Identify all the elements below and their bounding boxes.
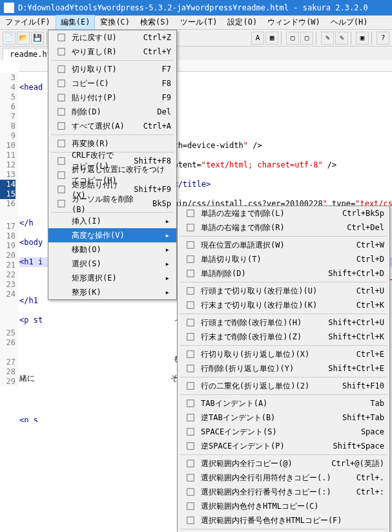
menu-item[interactable]: TABインデント(A)Tab [178,396,389,410]
menu-item[interactable]: 逆TABインデント(B)Shift+Tab [178,410,389,425]
menu-item[interactable]: 行頭まで切り取り(改行単位)(U)Ctrl+U [178,284,389,298]
menu-item[interactable]: 削除(D)Del [48,105,176,119]
tb-a[interactable]: A [251,32,264,45]
selectall-icon [54,122,69,131]
menu-item[interactable]: 選択範囲内行番号色付きHTMLコピー(F) [178,513,389,527]
menu-item[interactable]: すべて選択(A)Ctrl+A [48,119,176,133]
space-unindent-icon [183,442,198,451]
tb-g[interactable]: ▣ [356,32,369,45]
svg-rect-25 [187,414,194,421]
menu-item[interactable]: 選択範囲内全行コピー(@)Ctrl+@(英語) [178,456,389,471]
tb-c[interactable]: ▢ [286,32,299,45]
menu-settings[interactable]: 設定(O) [222,15,262,30]
menu-item-label: 選択(S) [69,259,163,270]
menu-item-label: 単語切り取り(T) [198,254,344,265]
menu-item[interactable]: カーソル前を削除(B)BkSp [48,197,176,211]
svg-rect-32 [187,517,194,524]
svg-rect-9 [58,172,65,179]
menu-item[interactable]: 切り取り(T)F7 [48,62,176,76]
tb-b[interactable]: ▦ [265,32,278,45]
delete-icon [54,107,69,116]
menu-help[interactable]: ヘルプ(H) [325,15,373,30]
tb-d[interactable]: ▢ [300,32,313,45]
advanced-ops-submenu: 単語の左端まで削除(L)Ctrl+BkSp単語の右端まで削除(R)Ctrl+De… [177,206,390,532]
menu-item[interactable]: 整形(K)▸ [48,285,176,299]
menu-shortcut: Shift+Space [320,442,384,451]
menu-item[interactable]: 再変換(R) [48,136,176,151]
menu-shortcut: Ctrl+Del [334,223,384,232]
menu-item[interactable]: 行削除(折り返し単位)(Y)Shift+Ctrl+E [178,361,389,376]
menu-item[interactable]: やり直し(R)Ctrl+Y [48,45,176,59]
menu-edit[interactable]: 編集(E) [56,15,96,30]
menu-shortcut: Ctrl+K [344,301,384,310]
menu-item[interactable]: 挿入(I)▸ [48,214,176,228]
menu-item[interactable]: SPACEインデント(S)Space [178,425,389,439]
menu-item[interactable]: 行末まで削除(改行単位)(Z)Shift+Ctrl+K [178,330,389,344]
menu-tools[interactable]: ツール(T) [175,15,223,30]
menu-shortcut: Shift+Ctrl+D [315,269,384,278]
menu-item[interactable]: 選択範囲内全行行番号付きコピー(:)Ctrl+: [178,485,389,499]
menu-item-label: 高度な操作(V) [69,230,163,241]
dup-line-icon [183,381,198,390]
svg-rect-10 [58,186,65,193]
menu-item[interactable]: 高度な操作(V)▸ [48,228,176,242]
menu-item[interactable]: 選択(S)▸ [48,257,176,271]
menu-item[interactable]: コピー(C)F8 [48,76,176,90]
menu-convert[interactable]: 変換(C) [95,15,135,30]
menu-shortcut: Space [348,427,384,436]
menu-shortcut: Tab [357,399,384,408]
tb-f[interactable]: ✎ [335,32,348,45]
tb-h[interactable]: ? [377,32,389,45]
space-indent-icon [183,427,198,436]
menu-shortcut: Ctrl+: [344,487,384,496]
copy-wrap-icon [54,171,69,180]
menu-item[interactable]: 単語切り取り(T)Ctrl+D [178,252,389,266]
menu-item[interactable]: 貼り付け(P)F9 [48,90,176,105]
svg-rect-3 [58,80,65,87]
svg-rect-21 [187,351,194,358]
tb-save[interactable]: 💾 [31,32,44,45]
tb-e[interactable]: ✎ [321,32,334,45]
menu-item[interactable]: 矩形選択(E)▸ [48,271,176,285]
delete-before-icon [54,199,69,208]
menu-item[interactable]: 現在位置の単語選択(W)Ctrl+W [178,238,389,252]
paste-box-icon [54,185,69,194]
menu-search[interactable]: 検索(S) [135,15,175,30]
menu-window[interactable]: ウィンドウ(W) [262,15,325,30]
menu-item[interactable]: 行末まで切り取り(改行単位)(K)Ctrl+K [178,298,389,312]
tb-new[interactable]: 📄 [3,32,15,45]
menu-item-label: 挿入(I) [69,216,163,227]
menu-item[interactable]: 元に戻す(U)Ctrl+Z [48,30,176,45]
menu-item-label: 切り取り(T) [69,64,149,75]
svg-rect-24 [187,400,194,407]
menu-file[interactable]: ファイル(F) [0,15,56,30]
svg-rect-13 [187,224,194,231]
svg-rect-20 [187,334,194,341]
menu-separator [51,60,174,61]
svg-rect-0 [58,34,65,41]
menu-item[interactable]: 単語削除(D)Shift+Ctrl+D [178,266,389,281]
svg-rect-30 [187,489,194,496]
copy-lineno-icon [183,487,198,496]
menu-shortcut: F7 [149,65,171,74]
menu-item-label: TABインデント(A) [198,398,357,409]
svg-rect-6 [58,123,65,130]
menu-item[interactable]: 選択範囲内色付きHTMLコピー(C) [178,499,389,513]
menu-item-label: 単語の右端まで削除(R) [198,222,334,233]
menu-item[interactable]: 単語の左端まで削除(L)Ctrl+BkSp [178,206,389,220]
cut-linehead-icon [183,286,198,295]
menu-separator [180,377,387,378]
cut-icon [54,65,69,74]
tb-open[interactable]: 📂 [17,32,30,45]
unindent-icon [183,413,198,422]
menu-item[interactable]: 逆SPACEインデント(P)Shift+Space [178,439,389,453]
menu-item[interactable]: 行の二重化(折り返し単位)(2)Shift+F10 [178,379,389,393]
menu-item[interactable]: 移動(O)▸ [48,242,176,257]
menu-item-label: 貼り付け(P) [69,92,149,103]
menu-item[interactable]: 選択範囲内全行引用符付きコピー(.)Ctrl+. [178,471,389,485]
menu-item[interactable]: 行頭まで削除(改行単位)(H)Shift+Ctrl+U [178,315,389,330]
menu-item[interactable]: 単語の右端まで削除(R)Ctrl+Del [178,220,389,235]
menu-item-label: カーソル前を削除(B) [69,194,139,214]
menu-item[interactable]: 行切り取り(折り返し単位)(X)Ctrl+E [178,347,389,361]
menu-shortcut: Ctrl+@(英語) [318,458,384,469]
